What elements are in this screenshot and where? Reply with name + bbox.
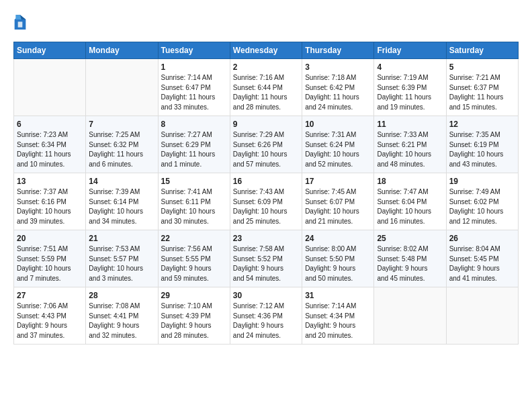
calendar-cell: 1Sunrise: 7:14 AM Sunset: 6:47 PM Daylig… xyxy=(158,59,230,116)
day-number: 28 xyxy=(89,291,154,300)
calendar-cell: 15Sunrise: 7:41 AM Sunset: 6:11 PM Dayli… xyxy=(158,173,230,230)
day-info: Sunrise: 7:12 AM Sunset: 4:36 PM Dayligh… xyxy=(233,302,299,340)
day-number: 9 xyxy=(233,120,299,129)
calendar-table: SundayMondayTuesdayWednesdayThursdayFrid… xyxy=(13,42,519,345)
week-row-5: 27Sunrise: 7:06 AM Sunset: 4:43 PM Dayli… xyxy=(14,287,519,345)
day-info: Sunrise: 7:29 AM Sunset: 6:26 PM Dayligh… xyxy=(233,130,299,169)
day-info: Sunrise: 7:43 AM Sunset: 6:09 PM Dayligh… xyxy=(233,187,299,226)
day-number: 21 xyxy=(89,234,154,243)
day-number: 23 xyxy=(233,234,299,243)
col-header-thursday: Thursday xyxy=(302,42,374,59)
calendar-cell: 14Sunrise: 7:39 AM Sunset: 6:14 PM Dayli… xyxy=(86,173,158,230)
day-info: Sunrise: 7:37 AM Sunset: 6:16 PM Dayligh… xyxy=(17,187,83,226)
calendar-cell: 3Sunrise: 7:18 AM Sunset: 6:42 PM Daylig… xyxy=(302,59,374,116)
day-info: Sunrise: 7:27 AM Sunset: 6:29 PM Dayligh… xyxy=(161,130,227,169)
calendar-cell: 4Sunrise: 7:19 AM Sunset: 6:39 PM Daylig… xyxy=(374,59,446,116)
day-info: Sunrise: 7:06 AM Sunset: 4:43 PM Dayligh… xyxy=(17,302,83,340)
day-number: 29 xyxy=(161,291,227,300)
day-info: Sunrise: 8:02 AM Sunset: 5:48 PM Dayligh… xyxy=(377,244,443,283)
col-header-tuesday: Tuesday xyxy=(158,42,230,59)
day-info: Sunrise: 7:56 AM Sunset: 5:55 PM Dayligh… xyxy=(161,244,227,283)
week-row-2: 6Sunrise: 7:23 AM Sunset: 6:34 PM Daylig… xyxy=(14,116,519,173)
col-header-saturday: Saturday xyxy=(446,42,518,59)
header xyxy=(13,13,519,32)
day-info: Sunrise: 7:08 AM Sunset: 4:41 PM Dayligh… xyxy=(89,302,154,340)
day-number: 13 xyxy=(17,177,83,186)
svg-rect-3 xyxy=(18,21,23,27)
page: SundayMondayTuesdayWednesdayThursdayFrid… xyxy=(0,0,532,351)
day-info: Sunrise: 7:53 AM Sunset: 5:57 PM Dayligh… xyxy=(89,244,154,283)
calendar-cell: 8Sunrise: 7:27 AM Sunset: 6:29 PM Daylig… xyxy=(158,116,230,173)
day-info: Sunrise: 7:23 AM Sunset: 6:34 PM Dayligh… xyxy=(17,130,83,169)
day-number: 24 xyxy=(305,234,371,243)
calendar-cell: 29Sunrise: 7:10 AM Sunset: 4:39 PM Dayli… xyxy=(158,287,230,345)
col-header-sunday: Sunday xyxy=(14,42,86,59)
calendar-cell: 27Sunrise: 7:06 AM Sunset: 4:43 PM Dayli… xyxy=(14,287,86,345)
calendar-cell: 20Sunrise: 7:51 AM Sunset: 5:59 PM Dayli… xyxy=(14,230,86,287)
calendar-cell: 25Sunrise: 8:02 AM Sunset: 5:48 PM Dayli… xyxy=(374,230,446,287)
day-number: 7 xyxy=(89,120,154,129)
day-info: Sunrise: 7:18 AM Sunset: 6:42 PM Dayligh… xyxy=(305,73,371,112)
day-number: 18 xyxy=(377,177,443,186)
day-number: 5 xyxy=(449,62,515,72)
calendar-cell: 5Sunrise: 7:21 AM Sunset: 6:37 PM Daylig… xyxy=(446,59,518,116)
col-header-monday: Monday xyxy=(86,42,158,59)
calendar-cell: 12Sunrise: 7:35 AM Sunset: 6:19 PM Dayli… xyxy=(446,116,518,173)
calendar-cell: 26Sunrise: 8:04 AM Sunset: 5:45 PM Dayli… xyxy=(446,230,518,287)
day-info: Sunrise: 7:10 AM Sunset: 4:39 PM Dayligh… xyxy=(161,302,227,340)
day-info: Sunrise: 8:00 AM Sunset: 5:50 PM Dayligh… xyxy=(305,244,371,283)
day-number: 14 xyxy=(89,177,154,186)
calendar-cell: 24Sunrise: 8:00 AM Sunset: 5:50 PM Dayli… xyxy=(302,230,374,287)
calendar-cell: 10Sunrise: 7:31 AM Sunset: 6:24 PM Dayli… xyxy=(302,116,374,173)
day-info: Sunrise: 7:31 AM Sunset: 6:24 PM Dayligh… xyxy=(305,130,371,169)
day-info: Sunrise: 7:14 AM Sunset: 6:47 PM Dayligh… xyxy=(161,73,227,112)
day-number: 15 xyxy=(161,177,227,186)
day-info: Sunrise: 7:51 AM Sunset: 5:59 PM Dayligh… xyxy=(17,244,83,283)
logo-icon xyxy=(13,13,27,32)
day-number: 30 xyxy=(233,291,299,300)
day-number: 2 xyxy=(233,62,299,72)
day-info: Sunrise: 7:33 AM Sunset: 6:21 PM Dayligh… xyxy=(377,130,443,169)
day-info: Sunrise: 7:58 AM Sunset: 5:52 PM Dayligh… xyxy=(233,244,299,283)
day-info: Sunrise: 7:21 AM Sunset: 6:37 PM Dayligh… xyxy=(449,73,515,112)
calendar-cell: 21Sunrise: 7:53 AM Sunset: 5:57 PM Dayli… xyxy=(86,230,158,287)
col-header-friday: Friday xyxy=(374,42,446,59)
day-number: 12 xyxy=(449,120,515,129)
day-info: Sunrise: 8:04 AM Sunset: 5:45 PM Dayligh… xyxy=(449,244,515,283)
day-info: Sunrise: 7:41 AM Sunset: 6:11 PM Dayligh… xyxy=(161,187,227,226)
day-number: 25 xyxy=(377,234,443,243)
calendar-cell: 22Sunrise: 7:56 AM Sunset: 5:55 PM Dayli… xyxy=(158,230,230,287)
day-number: 3 xyxy=(305,62,371,72)
calendar-cell: 13Sunrise: 7:37 AM Sunset: 6:16 PM Dayli… xyxy=(14,173,86,230)
calendar-cell: 2Sunrise: 7:16 AM Sunset: 6:44 PM Daylig… xyxy=(230,59,302,116)
day-number: 11 xyxy=(377,120,443,129)
day-number: 6 xyxy=(17,120,83,129)
day-info: Sunrise: 7:47 AM Sunset: 6:04 PM Dayligh… xyxy=(377,187,443,226)
calendar-cell: 17Sunrise: 7:45 AM Sunset: 6:07 PM Dayli… xyxy=(302,173,374,230)
logo xyxy=(13,13,28,32)
week-row-1: 1Sunrise: 7:14 AM Sunset: 6:47 PM Daylig… xyxy=(14,59,519,116)
day-number: 17 xyxy=(305,177,371,186)
day-number: 10 xyxy=(305,120,371,129)
week-row-3: 13Sunrise: 7:37 AM Sunset: 6:16 PM Dayli… xyxy=(14,173,519,230)
day-info: Sunrise: 7:25 AM Sunset: 6:32 PM Dayligh… xyxy=(89,130,154,169)
day-number: 19 xyxy=(449,177,515,186)
week-row-4: 20Sunrise: 7:51 AM Sunset: 5:59 PM Dayli… xyxy=(14,230,519,287)
calendar-cell: 9Sunrise: 7:29 AM Sunset: 6:26 PM Daylig… xyxy=(230,116,302,173)
calendar-cell: 7Sunrise: 7:25 AM Sunset: 6:32 PM Daylig… xyxy=(86,116,158,173)
day-info: Sunrise: 7:39 AM Sunset: 6:14 PM Dayligh… xyxy=(89,187,154,226)
header-row: SundayMondayTuesdayWednesdayThursdayFrid… xyxy=(14,42,519,59)
calendar-cell: 6Sunrise: 7:23 AM Sunset: 6:34 PM Daylig… xyxy=(14,116,86,173)
day-number: 27 xyxy=(17,291,83,300)
calendar-cell xyxy=(14,59,86,116)
calendar-cell: 28Sunrise: 7:08 AM Sunset: 4:41 PM Dayli… xyxy=(86,287,158,345)
calendar-cell: 19Sunrise: 7:49 AM Sunset: 6:02 PM Dayli… xyxy=(446,173,518,230)
day-info: Sunrise: 7:19 AM Sunset: 6:39 PM Dayligh… xyxy=(377,73,443,112)
calendar-cell: 16Sunrise: 7:43 AM Sunset: 6:09 PM Dayli… xyxy=(230,173,302,230)
calendar-cell: 31Sunrise: 7:14 AM Sunset: 4:34 PM Dayli… xyxy=(302,287,374,345)
day-info: Sunrise: 7:16 AM Sunset: 6:44 PM Dayligh… xyxy=(233,73,299,112)
day-number: 16 xyxy=(233,177,299,186)
day-number: 8 xyxy=(161,120,227,129)
day-number: 22 xyxy=(161,234,227,243)
day-number: 1 xyxy=(161,62,227,72)
